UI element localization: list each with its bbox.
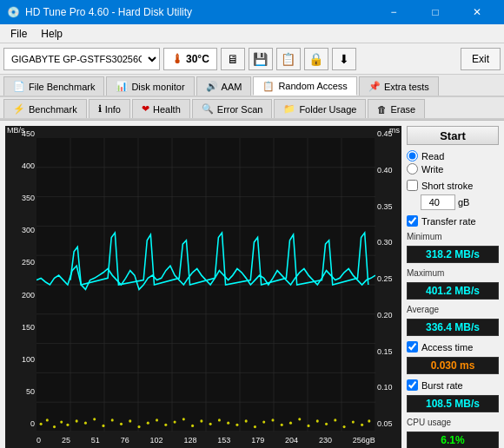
file-benchmark-icon: 📄 <box>13 81 25 92</box>
error-scan-icon: 🔍 <box>202 103 214 115</box>
minimize-button[interactable]: − <box>374 0 414 24</box>
write-radio[interactable] <box>407 163 418 175</box>
svg-point-41 <box>209 423 212 425</box>
svg-point-26 <box>76 419 78 422</box>
temperature-display: 🌡 30°C <box>163 48 217 70</box>
cpu-label: CPU usage <box>407 418 499 427</box>
svg-point-57 <box>352 420 355 423</box>
svg-point-30 <box>111 418 114 421</box>
tab-benchmark[interactable]: ⚡ Benchmark <box>3 99 87 118</box>
maximum-label: Maximum <box>407 268 499 278</box>
transfer-rate-checkbox[interactable] <box>407 215 418 227</box>
burst-rate-checkbox[interactable] <box>407 379 418 391</box>
svg-point-33 <box>137 425 140 428</box>
benchmark-icon: ⚡ <box>13 103 25 115</box>
svg-point-44 <box>235 424 238 426</box>
toolbar: GIGABYTE GP-GSTFS30256GTTD (256 G 🌡 30°C… <box>0 43 504 75</box>
tab-disk-monitor[interactable]: 📊 Disk monitor <box>106 76 194 96</box>
radio-group: Read Write <box>407 150 499 175</box>
tab-folder-usage[interactable]: 📁 Folder Usage <box>274 99 366 118</box>
access-time-checkbox-row: Access time <box>407 341 499 352</box>
svg-point-37 <box>174 420 176 423</box>
temperature-value: 30°C <box>186 53 209 65</box>
svg-point-40 <box>200 419 202 422</box>
toolbar-btn-1[interactable]: 🖥 <box>221 48 245 70</box>
info-icon: ℹ <box>98 103 102 115</box>
stroke-input-row: gB <box>421 194 499 210</box>
toolbar-btn-2[interactable]: 💾 <box>249 48 273 70</box>
menu-bar: File Help <box>0 24 504 43</box>
menu-help[interactable]: Help <box>34 26 70 42</box>
svg-point-23 <box>53 425 56 428</box>
tab-file-benchmark[interactable]: 📄 File Benchmark <box>3 76 104 96</box>
drive-selector[interactable]: GIGABYTE GP-GSTFS30256GTTD (256 G <box>3 48 160 70</box>
y-axis-right: 0.45 0.40 0.35 0.30 0.25 0.20 0.15 0.10 … <box>375 126 401 432</box>
svg-point-59 <box>368 419 370 422</box>
read-radio[interactable] <box>407 150 418 161</box>
burst-rate-block: 108.5 MB/s <box>407 395 499 412</box>
svg-point-53 <box>316 419 319 422</box>
extra-tests-icon: 📌 <box>368 81 381 92</box>
tab-random-access[interactable]: 📋 Random Access <box>253 76 356 96</box>
exit-button[interactable]: Exit <box>461 48 501 70</box>
chart-area: MB/s ms 450 400 350 300 250 200 150 100 … <box>5 126 401 448</box>
start-button[interactable]: Start <box>407 126 499 145</box>
svg-point-38 <box>182 418 185 420</box>
tab-aam[interactable]: 🔊 AAM <box>196 76 252 96</box>
svg-point-34 <box>147 422 149 425</box>
access-time-value: 0.030 ms <box>411 359 494 372</box>
svg-point-43 <box>227 422 229 425</box>
svg-point-32 <box>129 419 131 422</box>
close-button[interactable]: ✕ <box>457 0 497 24</box>
window-title: HD Tune Pro 4.60 - Hard Disk Utility <box>25 6 192 18</box>
tab-erase[interactable]: 🗑 Erase <box>368 99 425 118</box>
maximize-button[interactable]: □ <box>415 0 455 24</box>
toolbar-btn-5[interactable]: ⬇ <box>332 48 356 70</box>
minimum-value: 318.2 MB/s <box>411 248 494 260</box>
transfer-rate-row: Transfer rate <box>407 215 499 227</box>
burst-rate-value: 108.5 MB/s <box>411 398 494 410</box>
thermometer-icon: 🌡 <box>171 52 183 66</box>
access-time-label: Access time <box>421 342 473 352</box>
svg-point-25 <box>66 424 69 426</box>
svg-point-42 <box>218 418 221 421</box>
svg-point-58 <box>361 424 363 426</box>
read-label: Read <box>421 151 444 161</box>
svg-point-31 <box>120 423 123 425</box>
x-axis: 0 25 51 76 102 128 153 179 204 230 256gB <box>36 432 375 448</box>
svg-point-36 <box>164 424 167 426</box>
svg-point-49 <box>281 424 283 426</box>
write-label: Write <box>421 164 443 175</box>
stroke-value-input[interactable] <box>421 194 455 210</box>
toolbar-btn-4[interactable]: 🔒 <box>304 48 328 70</box>
burst-rate-label: Burst rate <box>421 380 463 391</box>
svg-point-29 <box>102 425 104 427</box>
short-stroke-row: Short stroke <box>407 180 499 191</box>
main-content: MB/s ms 450 400 350 300 250 200 150 100 … <box>0 121 504 448</box>
app-icon: 💿 <box>7 6 20 18</box>
disk-monitor-icon: 📊 <box>116 81 128 92</box>
access-time-block: 0.030 ms <box>407 357 499 374</box>
svg-point-22 <box>46 418 49 421</box>
svg-point-27 <box>84 422 87 425</box>
tab-bar-row1: 📄 File Benchmark 📊 Disk monitor 🔊 AAM 📋 … <box>0 75 504 97</box>
svg-point-47 <box>262 420 265 423</box>
tab-error-scan[interactable]: 🔍 Error Scan <box>192 99 273 118</box>
maximum-value: 401.2 MB/s <box>411 285 494 297</box>
health-icon: ❤ <box>142 103 149 115</box>
svg-point-48 <box>271 418 274 421</box>
burst-rate-checkbox-row: Burst rate <box>407 379 499 391</box>
access-time-checkbox[interactable] <box>407 341 418 352</box>
svg-point-51 <box>298 418 301 420</box>
chart-svg <box>36 138 375 432</box>
tab-health[interactable]: ❤ Health <box>132 99 190 118</box>
erase-icon: 🗑 <box>377 104 387 115</box>
gb-label: gB <box>458 197 469 208</box>
tab-extra-tests[interactable]: 📌 Extra tests <box>359 76 439 96</box>
toolbar-btn-3[interactable]: 📋 <box>276 48 301 70</box>
svg-point-39 <box>191 425 194 427</box>
tab-info[interactable]: ℹ Info <box>89 99 130 118</box>
svg-point-55 <box>334 418 336 421</box>
menu-file[interactable]: File <box>3 26 34 42</box>
short-stroke-checkbox[interactable] <box>407 180 418 191</box>
